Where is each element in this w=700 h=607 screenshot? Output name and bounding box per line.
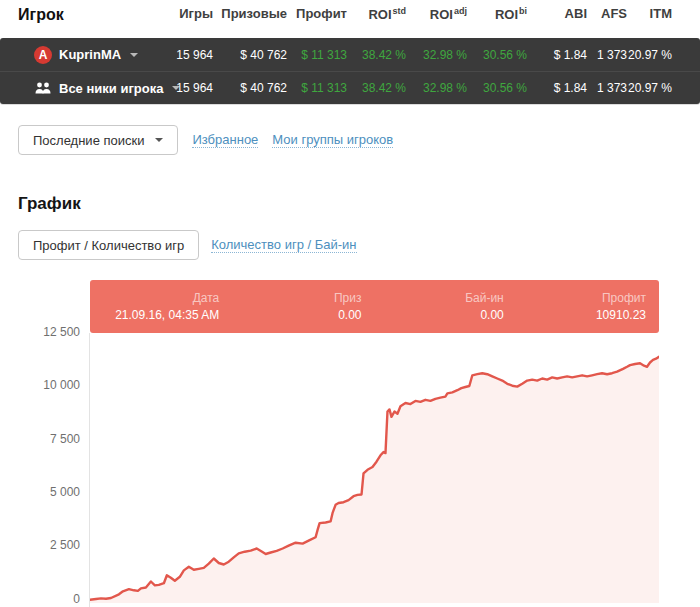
y-tick-0: 0 [0, 592, 80, 606]
tooltip-buyin-label: Бай-ин [465, 291, 504, 305]
tooltip-date-value: 21.09.16, 04:35 AM [115, 308, 219, 322]
chart-section-title: График [18, 194, 700, 214]
tooltip-profit-label: Профит [602, 291, 646, 305]
profit-chart-svg[interactable] [90, 333, 659, 607]
cell-afs: 1 373 [587, 81, 627, 95]
actions-row: Последние поиски Избранное Мои группы иг… [18, 125, 700, 155]
tooltip-profit-value: 10910.23 [596, 308, 646, 322]
cell-itm: 20.97 % [627, 81, 672, 95]
cell-itm: 20.97 % [627, 48, 672, 62]
cell-roi-bi: 30.56 % [467, 81, 527, 95]
header-itm: ITM [627, 6, 672, 21]
roi-std-sup: std [393, 6, 407, 16]
header-abi: ABI [527, 6, 587, 21]
tooltip-prize-value: 0.00 [338, 308, 361, 322]
player-name-dropdown[interactable]: A KuprinMA [18, 46, 170, 64]
chart-tooltip-bar: Дата 21.09.16, 04:35 AM Приз 0.00 Бай-ин… [90, 280, 659, 333]
roi-bi-base: ROI [495, 7, 518, 22]
y-tick-7500: 7 500 [0, 432, 80, 446]
cell-games: 15 964 [170, 81, 213, 95]
header-prizes: Призовые [213, 6, 287, 21]
stats-table-body: A KuprinMA 15 964 $ 40 762 $ 11 313 38.4… [0, 38, 700, 104]
profit-chart: Дата 21.09.16, 04:35 AM Приз 0.00 Бай-ин… [0, 280, 700, 607]
tooltip-date-label: Дата [193, 291, 220, 305]
header-afs: AFS [587, 6, 627, 21]
roi-adj-sup: adj [454, 6, 467, 16]
player-logo-icon: A [34, 46, 52, 64]
chevron-down-icon [130, 53, 138, 57]
cell-abi: $ 1.84 [527, 81, 587, 95]
favorites-link[interactable]: Избранное [192, 132, 258, 148]
cell-profit: $ 11 313 [287, 81, 347, 95]
tooltip-col-buyin: Бай-ин 0.00 [375, 280, 517, 333]
page: Игрок Игры Призовые Профит ROIstd ROIadj… [0, 0, 700, 607]
chart-area-fill [90, 357, 659, 603]
cell-roi-adj: 32.98 % [406, 48, 467, 62]
cell-roi-std: 38.42 % [347, 81, 406, 95]
tab-profit-games[interactable]: Профит / Количество игр [18, 230, 199, 260]
tab-games-buyin[interactable]: Количество игр / Бай-ин [211, 237, 356, 253]
tooltip-col-profit: Профит 10910.23 [517, 280, 659, 333]
cell-prizes: $ 40 762 [213, 81, 287, 95]
header-roi-adj: ROIadj [406, 6, 467, 22]
cell-afs: 1 373 [587, 48, 627, 62]
header-profit: Профит [287, 6, 347, 21]
cell-roi-adj: 32.98 % [406, 81, 467, 95]
all-nicknames-label: Все ники игрока [59, 81, 163, 96]
recent-searches-dropdown[interactable]: Последние поиски [18, 125, 178, 155]
roi-bi-sup: bi [519, 6, 527, 16]
header-games: Игры [170, 6, 213, 21]
player-name: KuprinMA [59, 47, 121, 62]
cell-roi-bi: 30.56 % [467, 48, 527, 62]
roi-adj-base: ROI [430, 7, 453, 22]
table-row-all-nicknames: Все ники игрока 15 964 $ 40 762 $ 11 313… [0, 71, 700, 104]
cell-roi-std: 38.42 % [347, 48, 406, 62]
cell-abi: $ 1.84 [527, 48, 587, 62]
tooltip-buyin-value: 0.00 [480, 308, 503, 322]
table-row-player: A KuprinMA 15 964 $ 40 762 $ 11 313 38.4… [0, 38, 700, 71]
header-roi-std: ROIstd [347, 6, 406, 22]
tooltip-prize-label: Приз [334, 291, 362, 305]
cell-games: 15 964 [170, 48, 213, 62]
y-tick-12500: 12 500 [0, 325, 80, 339]
y-tick-5000: 5 000 [0, 485, 80, 499]
header-roi-bi: ROIbi [467, 6, 527, 22]
y-tick-10000: 10 000 [0, 378, 80, 392]
y-tick-2500: 2 500 [0, 538, 80, 552]
cell-prizes: $ 40 762 [213, 48, 287, 62]
cell-profit: $ 11 313 [287, 48, 347, 62]
roi-std-base: ROI [368, 7, 391, 22]
tooltip-col-date: Дата 21.09.16, 04:35 AM [90, 280, 232, 333]
stats-table-header: Игрок Игры Призовые Профит ROIstd ROIadj… [0, 0, 700, 38]
tooltip-col-prize: Приз 0.00 [232, 280, 374, 333]
recent-searches-label: Последние поиски [33, 133, 144, 148]
header-player: Игрок [18, 6, 170, 24]
all-nicknames-dropdown[interactable]: Все ники игрока [18, 79, 170, 97]
chevron-down-icon [155, 138, 163, 142]
my-player-groups-link[interactable]: Мои группы игроков [272, 132, 393, 148]
chart-tabs: Профит / Количество игр Количество игр /… [18, 230, 700, 260]
group-people-icon [34, 79, 52, 97]
